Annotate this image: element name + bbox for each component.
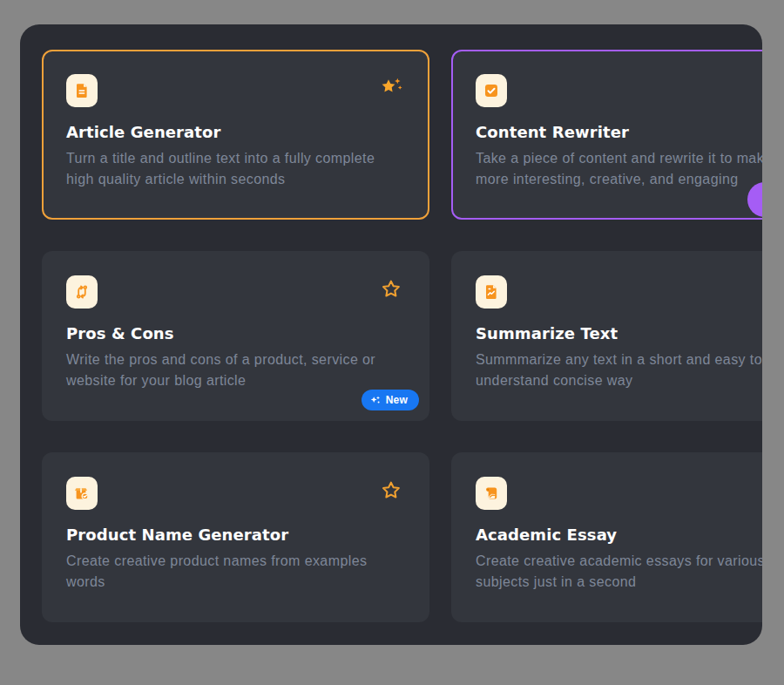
- card-description: Create creative academic essays for vari…: [476, 551, 762, 593]
- tool-card-content-rewriter[interactable]: Content Rewriter Take a piece of content…: [451, 50, 762, 220]
- tool-card-pros-cons[interactable]: Pros & Cons Write the pros and cons of a…: [42, 251, 429, 421]
- new-badge-label: New: [386, 394, 408, 406]
- document-chart-icon: [476, 275, 507, 309]
- tool-card-academic-essay[interactable]: Academic Essay Create creative academic …: [451, 452, 762, 622]
- tool-card-summarize-text[interactable]: Summarize Text Summmarize any text in a …: [451, 251, 762, 421]
- tool-cards-grid: Article Generator Turn a title and outli…: [42, 50, 762, 622]
- card-description: Summmarize any text in a short and easy …: [476, 349, 762, 391]
- card-title: Pros & Cons: [66, 322, 405, 345]
- swap-arrows-icon: [66, 275, 98, 309]
- card-title: Summarize Text: [476, 322, 762, 345]
- card-description: Turn a title and outline text into a ful…: [66, 148, 405, 190]
- card-description: Take a piece of content and rewrite it t…: [476, 148, 762, 190]
- package-check-icon: [66, 477, 98, 510]
- new-badge: New: [362, 390, 419, 410]
- tool-card-product-name-generator[interactable]: Product Name Generator Create creative p…: [42, 452, 429, 622]
- checkbox-icon: [476, 74, 507, 107]
- sparkle-icon: [370, 395, 381, 405]
- favorite-star-filled-icon[interactable]: [380, 77, 403, 99]
- scroll-icon: [476, 477, 507, 510]
- card-description: Create creative product names from examp…: [66, 551, 405, 593]
- card-title: Product Name Generator: [66, 524, 405, 546]
- card-title: Academic Essay: [476, 524, 762, 546]
- favorite-star-outline-icon[interactable]: [380, 479, 403, 502]
- card-title: Article Generator: [66, 121, 405, 144]
- favorite-star-outline-icon[interactable]: [380, 278, 403, 301]
- tool-card-article-generator[interactable]: Article Generator Turn a title and outli…: [42, 50, 429, 220]
- document-icon: [66, 74, 98, 107]
- card-title: Content Rewriter: [476, 121, 762, 144]
- card-description: Write the pros and cons of a product, se…: [66, 349, 405, 391]
- tools-panel: Article Generator Turn a title and outli…: [20, 24, 762, 645]
